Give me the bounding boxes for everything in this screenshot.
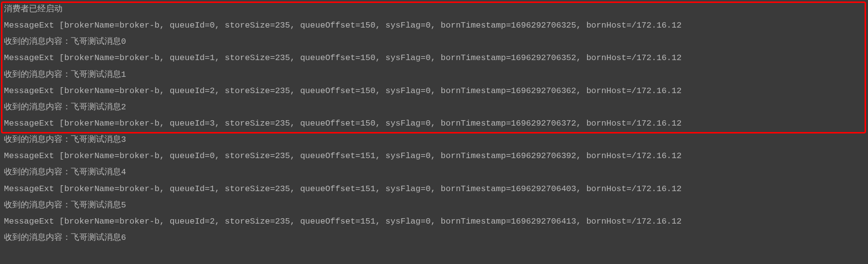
log-line: MessageExt [brokerName=broker-b, queueId… (4, 115, 864, 132)
log-line: 收到的消息内容：飞哥测试消息5 (4, 197, 864, 213)
log-line: MessageExt [brokerName=broker-b, queueId… (4, 50, 864, 66)
log-line: 收到的消息内容：飞哥测试消息0 (4, 33, 864, 50)
log-line: MessageExt [brokerName=broker-b, queueId… (4, 148, 864, 164)
console-output: 消费者已经启动 MessageExt [brokerName=broker-b,… (0, 0, 868, 247)
log-line: 收到的消息内容：飞哥测试消息4 (4, 164, 864, 180)
log-line: MessageExt [brokerName=broker-b, queueId… (4, 213, 864, 230)
log-line: MessageExt [brokerName=broker-b, queueId… (4, 17, 864, 33)
log-line: 收到的消息内容：飞哥测试消息6 (4, 230, 864, 246)
log-line: 消费者已经启动 (4, 1, 864, 17)
log-line: 收到的消息内容：飞哥测试消息3 (4, 132, 864, 148)
log-line: 收到的消息内容：飞哥测试消息2 (4, 99, 864, 115)
log-line: MessageExt [brokerName=broker-b, queueId… (4, 83, 864, 99)
log-line: 收到的消息内容：飞哥测试消息1 (4, 66, 864, 83)
log-line: MessageExt [brokerName=broker-b, queueId… (4, 181, 864, 197)
